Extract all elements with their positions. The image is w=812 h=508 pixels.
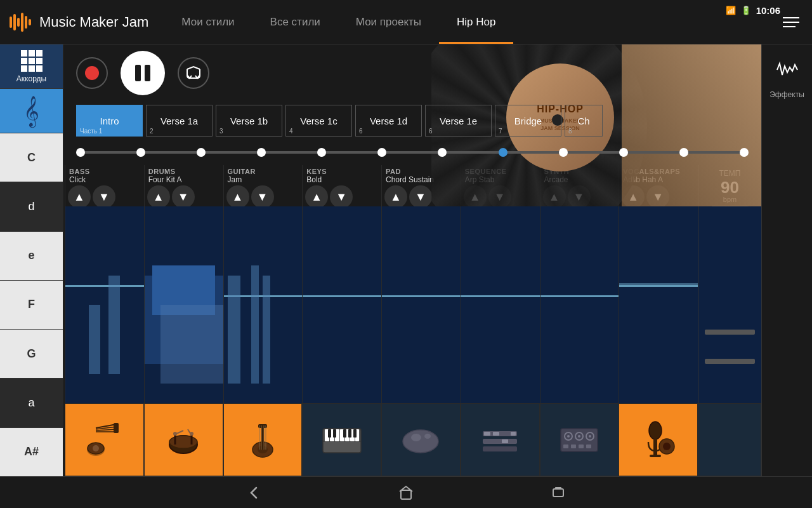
svg-point-70 [663, 443, 671, 450]
timeline-dot-1[interactable] [76, 148, 85, 157]
timeline-dot-7[interactable] [438, 148, 447, 157]
section-tab-intro[interactable]: Intro Часть 1 [76, 105, 143, 137]
menu-line1 [783, 17, 799, 18]
app-title: Music Maker Jam [39, 14, 148, 30]
treble-button[interactable]: 𝄞 [0, 89, 63, 133]
svg-rect-24 [261, 425, 264, 450]
bass-icon-cell[interactable] [65, 403, 144, 476]
svg-rect-42 [348, 429, 351, 438]
svg-rect-64 [586, 444, 591, 448]
wifi-icon: 📶 [726, 6, 736, 15]
tab-hip-hop[interactable]: Hip Hop [439, 0, 513, 44]
timeline-dot-5[interactable] [317, 148, 326, 157]
pad-up[interactable]: ▲ [384, 185, 407, 208]
section-tab-verse1d[interactable]: Verse 1d 6 [355, 105, 422, 137]
section-tab-verse1b[interactable]: Verse 1b 3 [216, 105, 282, 137]
section-tab-verse1a[interactable]: Verse 1a 2 [146, 105, 213, 137]
tab-intro-num: Часть 1 [80, 128, 102, 135]
guitar-controls: ▲ ▼ [224, 185, 303, 208]
drums-down[interactable]: ▼ [172, 185, 195, 208]
pattern-pad[interactable] [381, 206, 461, 403]
section-tab-ch[interactable]: Ch 8 [565, 105, 603, 137]
pattern-keys[interactable] [302, 206, 381, 403]
guitar-up[interactable]: ▲ [226, 185, 249, 208]
pattern-synth[interactable] [540, 206, 619, 403]
timeline-dot-2[interactable] [136, 148, 145, 157]
keys-down[interactable]: ▼ [330, 185, 353, 208]
note-key-e[interactable]: e [0, 232, 63, 281]
vocals-icon-cell[interactable] [619, 403, 698, 476]
drums-name: DRUMS [145, 165, 223, 175]
note-key-g[interactable]: G [0, 330, 63, 378]
timeline-dot-6[interactable] [377, 148, 386, 157]
keys-controls: ▲ ▼ [303, 185, 381, 208]
svg-point-21 [190, 432, 193, 436]
note-key-f[interactable]: F [0, 281, 63, 330]
synth-icon-cell[interactable] [540, 403, 619, 476]
section-tab-verse1c[interactable]: Verse 1c 4 [285, 105, 352, 137]
recents-button[interactable] [546, 480, 571, 505]
drums-icon-cell[interactable] [144, 403, 223, 476]
tab-verse1b-label: Verse 1b [230, 116, 268, 126]
sequence-icon-cell[interactable] [461, 403, 540, 476]
bass-up[interactable]: ▲ [68, 185, 91, 208]
timeline-dot-8[interactable] [499, 148, 508, 157]
svg-rect-50 [484, 432, 490, 436]
timeline-dot-11[interactable] [679, 148, 688, 157]
pad-icon-cell[interactable] [381, 403, 461, 476]
timeline-dot-12[interactable] [740, 148, 749, 157]
menu-line3 [783, 26, 796, 27]
controls-row [63, 44, 761, 102]
section-tab-bridge[interactable]: Bridge 7 [495, 105, 561, 137]
bass-preset: Click [65, 175, 144, 185]
loop-button[interactable] [178, 57, 209, 89]
top-bar: Music Maker Jam Мои стили Все стили Мои … [0, 0, 812, 44]
keys-icon-cell[interactable] [302, 403, 381, 476]
pad-down[interactable]: ▼ [409, 185, 432, 208]
pattern-guitar[interactable] [223, 206, 303, 403]
svg-rect-40 [333, 429, 336, 438]
chords-button[interactable]: Аккорды [0, 44, 63, 89]
section-tab-verse1e[interactable]: Verse 1e 6 [425, 105, 492, 137]
pattern-bass[interactable] [65, 206, 144, 403]
tab-all-styles[interactable]: Все стили [252, 0, 338, 44]
timeline-row [63, 140, 761, 165]
pattern-vocals[interactable] [619, 206, 698, 403]
timeline-dot-4[interactable] [257, 148, 266, 157]
tab-my-projects[interactable]: Мои проекты [338, 0, 439, 44]
keys-up[interactable]: ▲ [305, 185, 328, 208]
home-button[interactable] [393, 480, 419, 505]
pattern-drums[interactable] [144, 206, 223, 403]
pause-button[interactable] [121, 51, 165, 95]
svg-point-58 [578, 435, 580, 438]
tempo-pattern-filler [698, 206, 761, 403]
menu-button[interactable] [778, 12, 804, 32]
drums-up[interactable]: ▲ [147, 185, 170, 208]
back-button[interactable] [241, 480, 266, 505]
tab-verse1d-num: 6 [359, 128, 363, 135]
clock: 10:06 [756, 5, 780, 16]
bass-down[interactable]: ▼ [93, 185, 115, 208]
svg-point-13 [93, 445, 99, 451]
effects-wave-icon[interactable] [775, 57, 800, 85]
guitar-icon-cell[interactable] [223, 403, 303, 476]
bass-controls: ▲ ▼ [65, 185, 144, 208]
note-key-d[interactable]: d [0, 182, 63, 231]
drums-controls: ▲ ▼ [145, 185, 223, 208]
tab-verse1d-label: Verse 1d [370, 116, 407, 126]
timeline-dot-10[interactable] [619, 148, 628, 157]
record-button[interactable] [76, 57, 108, 89]
battery-icon: 🔋 [741, 6, 751, 15]
timeline-dot-9[interactable] [559, 148, 568, 157]
guitar-down[interactable]: ▼ [251, 185, 274, 208]
drums-preset: Four Kit A [145, 175, 223, 185]
menu-line2 [783, 22, 799, 23]
note-key-a[interactable]: a [0, 378, 63, 427]
svg-rect-61 [563, 444, 568, 448]
note-key-asharp[interactable]: A# [0, 428, 63, 476]
timeline-dot-3[interactable] [197, 148, 206, 157]
note-key-c[interactable]: C [0, 133, 63, 182]
tab-my-styles[interactable]: Мои стили [164, 0, 252, 44]
pattern-sequence[interactable] [461, 206, 540, 403]
timeline-track[interactable] [76, 151, 749, 154]
